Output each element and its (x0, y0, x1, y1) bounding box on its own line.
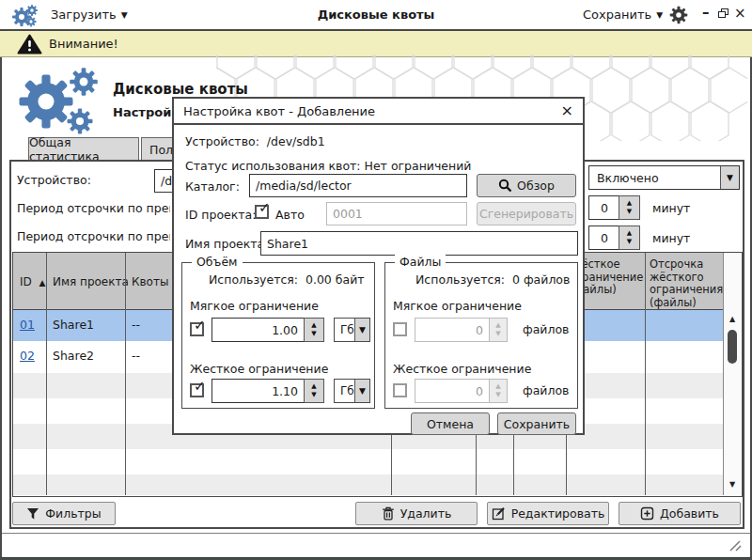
volume-hard-value: 1.10 (272, 384, 298, 398)
vertical-scrollbar[interactable]: ▲ ▼ (723, 253, 741, 495)
volume-soft-unit: Гб (335, 319, 354, 341)
project-name-input[interactable]: Share1 (260, 231, 578, 256)
files-hard-checkbox[interactable] (393, 383, 407, 397)
volume-soft-unit-select[interactable]: Гб ▼ (334, 318, 370, 342)
volume-legend: Объём (192, 255, 243, 269)
project-name-label: Имя проекта: (185, 237, 268, 251)
column-divider (645, 253, 646, 495)
grace-hard-minutes-stepper[interactable]: ▲ ▼ (619, 226, 640, 250)
plus-icon (640, 506, 654, 521)
grace-hard-label: Период отсрочки по превыше (17, 229, 170, 243)
volume-soft-label: Мягкое ограничение (190, 299, 319, 313)
grace-hard-minutes-input[interactable]: 0 (588, 226, 620, 250)
project-id-link[interactable]: 01 (20, 318, 35, 332)
files-hard-value: 0 (476, 384, 483, 398)
scroll-down-icon[interactable]: ▼ (724, 480, 741, 489)
files-hard-input[interactable]: 0 (415, 379, 490, 403)
settings-gear-icon[interactable] (669, 6, 688, 24)
grace-soft-minutes-stepper[interactable]: ▲ ▼ (619, 195, 640, 220)
grace-soft-minutes-input[interactable]: 0 (588, 195, 620, 220)
used-label: Используется: (209, 272, 298, 287)
empty-row (13, 474, 723, 495)
auto-checkbox[interactable]: ✓ (255, 205, 269, 219)
col-header-name[interactable]: Имя проекта (53, 275, 129, 288)
chevron-down-icon[interactable]: ▼ (720, 166, 739, 189)
volume-soft-checkbox[interactable]: ✓ (190, 322, 204, 336)
used-value: 0 файлов (512, 272, 570, 287)
grace-soft-minutes-value: 0 (601, 201, 608, 215)
project-id-label: ID проекта: (185, 208, 256, 222)
spin-up-icon: ▲ (311, 382, 316, 391)
quota-state-value: Включено (589, 166, 720, 189)
filters-button[interactable]: Фильтры (12, 502, 116, 525)
files-soft-label: Мягкое ограничение (393, 299, 522, 313)
col-header-grace-hard-files[interactable]: Отсрочка жёсткого ограничения (файлы) (650, 258, 719, 309)
project-quotas-cell: -- (132, 318, 140, 332)
add-button[interactable]: Добавить (619, 502, 741, 525)
edit-button[interactable]: Редактировать (487, 502, 609, 525)
files-group: Файлы Используется: 0 файлов Мягкое огра… (384, 262, 578, 409)
warning-banner: Внимание! (0, 31, 752, 57)
col-header-id[interactable]: ID ▲ (20, 275, 46, 288)
files-soft-input[interactable]: 0 (415, 318, 490, 342)
project-id-input[interactable]: 0001 (326, 202, 467, 226)
spin-down-icon: ▼ (627, 208, 632, 216)
restore-button[interactable] (718, 8, 730, 20)
volume-group: Объём Используется: 0.00 байт Мягкое огр… (181, 262, 375, 409)
volume-hard-input[interactable]: 1.10 (212, 379, 305, 403)
project-name-cell: Share1 (53, 318, 94, 332)
spin-up-icon: ▲ (495, 382, 500, 391)
browse-button[interactable]: Обзор (477, 174, 576, 197)
column-divider (46, 253, 47, 495)
cancel-label: Отмена (427, 417, 474, 431)
files-hard-stepper[interactable]: ▲ ▼ (489, 379, 508, 403)
tab-general-statistics[interactable]: Общая статистика (28, 137, 139, 161)
chevron-down-icon[interactable]: ▼ (354, 380, 369, 402)
scroll-up-icon[interactable]: ▲ (724, 315, 741, 323)
project-name-cell: Share2 (53, 349, 94, 363)
warning-text: Внимание! (49, 37, 118, 51)
scrollbar-thumb[interactable] (728, 330, 737, 364)
generate-label: Сгенерировать (479, 207, 573, 221)
generate-button[interactable]: Сгенерировать (477, 202, 576, 226)
dialog-device-label: Устройство: (185, 134, 259, 148)
quota-state-select[interactable]: Включено ▼ (588, 165, 740, 190)
files-soft-stepper[interactable]: ▲ ▼ (489, 318, 508, 342)
volume-hard-unit: Гб (335, 380, 354, 402)
dialog-close-icon[interactable]: × (561, 101, 573, 119)
page-subtitle: Настройк (113, 105, 180, 119)
browse-label: Обзор (517, 179, 555, 193)
col-header-quotas[interactable]: Квоты (132, 275, 168, 288)
volume-soft-stepper[interactable]: ▲ ▼ (304, 318, 324, 342)
close-button[interactable]: × (734, 7, 746, 20)
warning-icon (17, 34, 42, 54)
spin-up-icon: ▲ (311, 321, 316, 330)
files-used-line: Используется: 0 файлов (415, 272, 570, 287)
resize-grip-icon[interactable] (728, 538, 743, 552)
app-window: Загрузить▼ Дисковые квоты Сохранить▼ – ×… (0, 0, 752, 560)
catalog-input[interactable]: /media/sd/lector (249, 174, 467, 197)
volume-soft-value: 1.00 (272, 323, 298, 337)
volume-hard-stepper[interactable]: ▲ ▼ (304, 379, 324, 403)
save-button[interactable]: Сохранить (497, 412, 576, 435)
files-soft-suffix: файлов (523, 322, 569, 336)
project-name-value: Share1 (267, 237, 308, 251)
volume-hard-unit-select[interactable]: Гб ▼ (334, 379, 370, 403)
delete-button[interactable]: Удалить (355, 502, 478, 525)
volume-hard-label: Жесткое ограничение (190, 362, 328, 376)
chevron-down-icon[interactable]: ▼ (354, 319, 369, 341)
spin-down-icon: ▼ (627, 238, 632, 246)
volume-soft-input[interactable]: 1.00 (212, 318, 305, 342)
save-menu-label: Сохранить (583, 8, 651, 22)
minutes-suffix: минут (652, 201, 690, 215)
dialog-device-line: Устройство: /dev/sdb1 (185, 134, 325, 148)
project-id-link[interactable]: 02 (20, 349, 35, 363)
save-menu[interactable]: Сохранить▼ (583, 8, 663, 22)
volume-hard-checkbox[interactable]: ✓ (190, 383, 204, 397)
minimize-button[interactable]: – (702, 6, 710, 19)
dialog-title: Настройка квот - Добавление (183, 104, 375, 118)
catalog-label: Каталог: (185, 179, 240, 194)
files-soft-checkbox[interactable] (393, 322, 407, 336)
files-hard-label: Жесткое ограничение (393, 362, 531, 376)
cancel-button[interactable]: Отмена (411, 412, 490, 435)
